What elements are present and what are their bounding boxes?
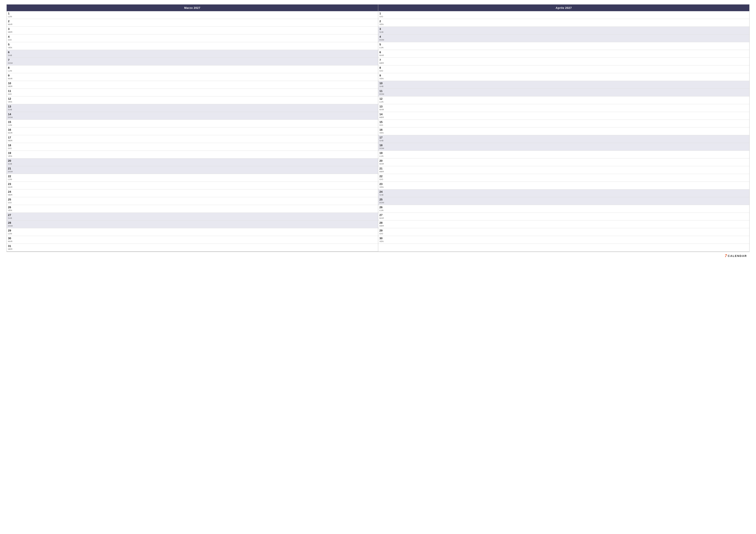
day-name: VEN (380, 78, 384, 80)
day-name: SAB (8, 217, 13, 219)
aprile-day-row: 1 GIO (378, 11, 749, 19)
day-info: 7 MER (380, 58, 384, 64)
marzo-day-row: 10 MER (7, 81, 378, 89)
day-name: MER (8, 31, 13, 33)
day-number: 31 (8, 244, 13, 248)
marzo-day-row: 5 VEN (7, 42, 378, 50)
day-number: 26 (380, 206, 384, 209)
day-number: 29 (380, 229, 384, 232)
day-name: VEN (380, 23, 384, 25)
day-name: DOM (8, 62, 13, 64)
day-info: 18 DOM (380, 144, 384, 149)
aprile-day-row: 19 LUN (378, 151, 749, 159)
marzo-day-row: 25 GIO (7, 197, 378, 205)
day-number: 23 (8, 182, 13, 186)
day-info: 2 VEN (380, 20, 384, 25)
day-name: SAB (380, 85, 384, 88)
day-info: 14 DOM (8, 113, 13, 118)
day-name: GIO (380, 70, 384, 72)
day-number: 5 (8, 43, 13, 46)
aprile-days: 1 GIO 2 VEN 3 SAB 4 DOM 5 LUN (378, 11, 749, 244)
day-number: 18 (8, 144, 13, 147)
aprile-day-row: 27 MAR (378, 213, 749, 220)
day-info: 29 LUN (8, 229, 13, 235)
day-number: 28 (8, 221, 13, 225)
day-name: SAB (380, 140, 384, 142)
day-number: 9 (8, 74, 13, 77)
marzo-column: Marzo 2027 1 LUN 2 MAR 3 MER 4 GIO (7, 5, 378, 251)
day-number: 20 (380, 159, 384, 163)
aprile-day-row: 21 MER (378, 166, 749, 174)
page: Marzo 2027 1 LUN 2 MAR 3 MER 4 GIO (0, 0, 756, 264)
day-info: 25 GIO (8, 198, 13, 204)
day-info: 20 SAB (8, 159, 13, 165)
marzo-day-row: 14 DOM (7, 112, 378, 120)
day-info: 6 SAB (8, 51, 13, 56)
marzo-day-row: 4 GIO (7, 35, 378, 42)
day-name: LUN (8, 178, 13, 180)
day-info: 24 MER (8, 190, 13, 196)
day-info: 30 VEN (380, 237, 384, 242)
day-name: MAR (8, 78, 13, 80)
day-name: MER (8, 140, 13, 142)
day-info: 17 SAB (380, 136, 384, 142)
aprile-day-row: 29 GIO (378, 228, 749, 236)
day-name: MER (380, 62, 384, 64)
day-name: MER (8, 194, 13, 196)
day-number: 4 (380, 35, 384, 38)
marzo-day-row: 26 VEN (7, 205, 378, 213)
day-info: 31 MER (8, 244, 13, 250)
day-number: 6 (8, 51, 13, 54)
day-name: GIO (380, 15, 384, 18)
day-name: GIO (380, 124, 384, 126)
day-name: VEN (380, 132, 384, 134)
marzo-day-row: 19 VEN (7, 151, 378, 159)
aprile-day-row: 20 MAR (378, 159, 749, 166)
day-info: 5 VEN (8, 43, 13, 49)
marzo-day-row: 8 LUN (7, 65, 378, 73)
marzo-day-row: 21 DOM (7, 166, 378, 174)
aprile-day-row: 4 DOM (378, 35, 749, 42)
aprile-day-row: 2 VEN (378, 19, 749, 27)
day-name: DOM (380, 147, 384, 149)
day-name: MER (380, 116, 384, 118)
marzo-day-row: 22 LUN (7, 174, 378, 182)
aprile-day-row: 15 GIO (378, 120, 749, 127)
day-info: 8 LUN (8, 66, 13, 72)
day-number: 14 (380, 113, 384, 116)
day-number: 3 (380, 27, 384, 31)
day-name: MAR (380, 217, 384, 219)
day-number: 5 (380, 43, 384, 46)
day-info: 15 GIO (380, 120, 384, 126)
day-number: 12 (8, 97, 13, 101)
day-name: MER (380, 225, 384, 227)
calendar-container: Marzo 2027 1 LUN 2 MAR 3 MER 4 GIO (7, 4, 749, 252)
day-info: 16 MAR (8, 128, 13, 134)
day-name: SAB (8, 163, 13, 165)
aprile-column: Aprile 2027 1 GIO 2 VEN 3 SAB 4 DOM (378, 5, 749, 251)
aprile-header: Aprile 2027 (378, 5, 749, 11)
marzo-day-row: 16 MAR (7, 127, 378, 135)
day-name: LUN (8, 233, 13, 235)
day-name: MAR (8, 23, 13, 25)
day-info: 24 SAB (380, 190, 384, 196)
day-name: LUN (8, 124, 13, 126)
day-number: 17 (8, 136, 13, 139)
marzo-day-row: 11 GIO (7, 89, 378, 96)
day-name: VEN (8, 46, 13, 49)
day-number: 21 (8, 167, 13, 170)
day-name: LUN (380, 155, 384, 157)
day-number: 21 (380, 167, 384, 170)
day-info: 2 MAR (8, 20, 13, 25)
day-name: LUN (380, 209, 384, 212)
day-name: GIO (8, 39, 13, 41)
day-info: 28 MER (380, 221, 384, 227)
day-number: 13 (380, 105, 384, 108)
day-number: 7 (8, 58, 13, 62)
marzo-day-row: 27 SAB (7, 213, 378, 220)
aprile-day-row: 11 DOM (378, 89, 749, 96)
day-number: 26 (8, 206, 13, 209)
day-info: 13 SAB (8, 105, 13, 111)
aprile-day-row: 10 SAB (378, 81, 749, 89)
day-name: GIO (8, 202, 13, 204)
